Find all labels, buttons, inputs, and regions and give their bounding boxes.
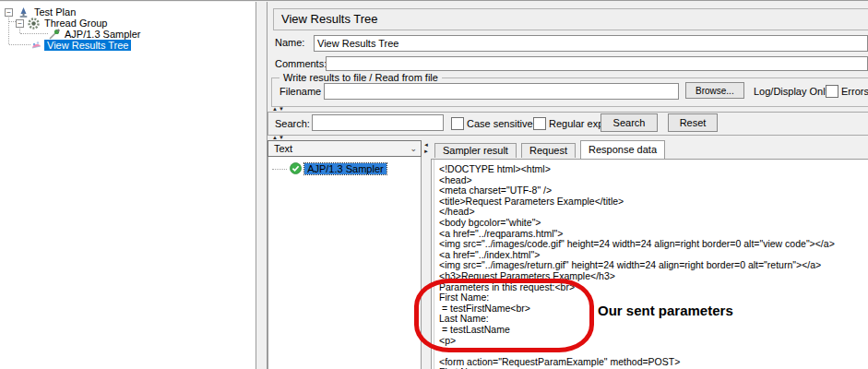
reset-button[interactable]: Reset [668, 113, 718, 132]
tree-connector [19, 27, 20, 33]
case-sensitive-checkbox[interactable] [451, 117, 464, 130]
search-panel: Search: Case sensitive Regular exp. Sear… [268, 112, 868, 136]
result-item-ajp-sampler[interactable]: AJP/1.3 Sampler [272, 162, 386, 175]
annotation-label: Our sent parameters [598, 303, 733, 318]
collapse-toggle-test-plan[interactable]: − [5, 8, 13, 17]
success-check-icon [290, 162, 302, 174]
search-button[interactable]: Search [600, 113, 658, 132]
tree-connector [8, 16, 9, 44]
write-results-group: Write results to file / Read from file F… [271, 77, 868, 107]
name-label: Name: [275, 37, 304, 48]
comments-input[interactable] [326, 56, 868, 71]
tree-item-view-results-tree[interactable]: View Results Tree [30, 39, 131, 52]
filename-label: Filename [279, 86, 321, 97]
view-results-tree-panel: View Results Tree Name: Comments: Write … [267, 2, 868, 369]
tree-connector [9, 21, 16, 22]
case-sensitive-label: Case sensitive [467, 118, 533, 129]
tree-connector [272, 169, 287, 170]
results-tree-icon [30, 40, 42, 52]
tab-sampler-result[interactable]: Sampler result [434, 143, 517, 158]
view-mode-select[interactable]: Text ⌄ [268, 140, 422, 157]
panel-title: View Results Tree [273, 8, 868, 30]
tab-request[interactable]: Request [521, 143, 576, 158]
comments-label: Comments: [275, 58, 327, 69]
results-tree-pane: Text ⌄ AJP/1.3 Sampler [268, 140, 422, 369]
filename-input[interactable] [324, 83, 679, 100]
errors-checkbox[interactable] [826, 85, 838, 98]
search-label: Search: [275, 118, 310, 129]
sampler-detail-pane: Sampler result Request Response data <!D… [431, 140, 868, 369]
tree-connector [20, 33, 48, 34]
result-item-label: AJP/1.3 Sampler [304, 163, 386, 174]
search-input[interactable] [312, 114, 444, 131]
view-mode-value: Text [274, 143, 292, 154]
tab-response-data[interactable]: Response data [580, 140, 665, 159]
regular-exp-label: Regular exp. [549, 118, 606, 129]
log-display-only-label: Log/Display Only: [754, 86, 833, 97]
collapse-toggle-thread-group[interactable]: − [16, 19, 24, 28]
browse-button[interactable]: Browse... [685, 82, 744, 99]
thread-group-icon [28, 18, 40, 30]
response-data-view[interactable]: <!DOCTYPE html><html> <head> <meta chars… [431, 159, 868, 369]
regular-exp-checkbox[interactable] [533, 117, 546, 130]
jmeter-window: − Test Plan − Thread Group AJP/1.3 Sampl… [0, 0, 868, 369]
tree-item-label: View Results Tree [44, 40, 131, 51]
errors-checkbox-label: Errors [841, 86, 868, 97]
chevron-down-icon: ⌄ [410, 144, 417, 153]
results-tree-list: AJP/1.3 Sampler [268, 157, 422, 369]
splitter-collapse-buttons[interactable]: ◄► [422, 142, 430, 155]
testplan-tree-panel: − Test Plan − Thread Group AJP/1.3 Sampl… [0, 2, 256, 369]
detail-tabbar: Sampler result Request Response data [431, 140, 868, 159]
write-results-group-title: Write results to file / Read from file [279, 72, 442, 83]
response-source-code: <!DOCTYPE html><html> <head> <meta chars… [434, 160, 868, 369]
tree-connector [9, 44, 30, 45]
name-input[interactable] [314, 35, 868, 52]
